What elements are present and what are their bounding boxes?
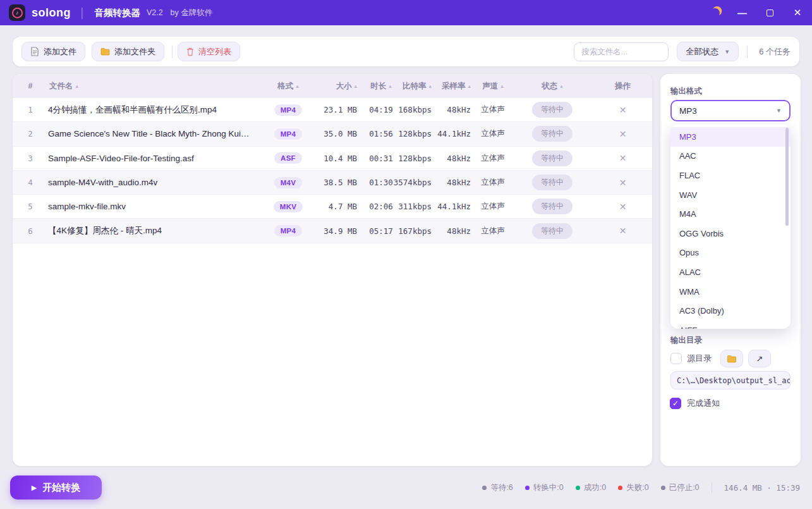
row-index: 5 (13, 202, 48, 211)
remove-file-icon[interactable]: ✕ (619, 226, 627, 236)
format-option[interactable]: FLAC (670, 166, 791, 185)
selected-format: MP3 (679, 106, 697, 116)
format-option[interactable]: AIFF (670, 321, 791, 329)
format-option[interactable]: M4A (670, 204, 791, 224)
stat-item: 已停止:0 (661, 482, 700, 493)
status-badge: 等待中 (532, 126, 573, 142)
start-convert-label: 开始转换 (42, 482, 80, 494)
output-path[interactable]: C:\…\Desktop\output_sl_ac (670, 371, 791, 389)
status-badge: 等待中 (532, 223, 573, 239)
format-option[interactable]: MP3 (670, 127, 791, 147)
format-option[interactable]: ALAC (670, 262, 791, 282)
source-dir-label: 源目录 (687, 353, 712, 364)
table-body: 1 4分钟搞懂，全画幅和半画幅有什么区别.mp4 MP4 23.1 MB 04:… (13, 98, 652, 243)
sort-asc-icon: ▴ (389, 83, 392, 89)
format-option[interactable]: WAV (670, 185, 791, 205)
header-samplerate[interactable]: 采样率▴ (438, 81, 475, 92)
format-badge: M4V (274, 177, 303, 188)
header-filename[interactable]: 文件名▴ (48, 81, 257, 92)
format-dropdown-menu: MP3AACFLACWAVM4AOGG VorbisOpusALACWMAAC3… (670, 125, 791, 329)
browse-folder-button[interactable] (720, 350, 743, 367)
file-name: Sample-ASF-Video-File-for-Testing.asf (48, 154, 257, 163)
remove-file-icon[interactable]: ✕ (619, 105, 627, 115)
row-index: 1 (13, 105, 48, 114)
header-format[interactable]: 格式▴ (257, 81, 320, 92)
file-channels: 立体声 (475, 153, 511, 164)
maximize-button[interactable] (764, 8, 775, 18)
file-channels: 立体声 (475, 128, 511, 139)
notify-checkbox[interactable]: ✓ (670, 398, 681, 409)
open-folder-icon (727, 355, 737, 363)
stat-dot-icon (576, 486, 580, 490)
table-header-row: # 文件名▴ 格式▴ 大小▴ 时长▴ 比特率▴ 采样率▴ 声道▴ 状态▴ 操作 (13, 74, 652, 98)
stat-dot-icon (525, 486, 530, 490)
stat-dot-icon (661, 486, 665, 490)
table-row: 4 sample-M4V-with_audio.m4v M4V 38.5 MB … (13, 171, 652, 195)
file-name: 【4K修复】周杰伦 - 晴天.mp4 (48, 225, 257, 236)
chevron-down-icon: ▼ (724, 49, 730, 55)
minimize-button[interactable]: — (736, 8, 748, 18)
app-version: V2.2 (147, 8, 163, 17)
stat-label: 已停止:0 (669, 482, 700, 493)
source-dir-checkbox[interactable] (670, 353, 682, 364)
add-file-button[interactable]: 添加文件 (21, 42, 85, 61)
format-badge: MP4 (274, 104, 303, 116)
file-size: 23.1 MB (320, 105, 361, 114)
stat-dot-icon (618, 486, 622, 490)
stat-item: 成功:0 (576, 482, 606, 493)
status-badge: 等待中 (532, 199, 573, 214)
theme-toggle-moon-icon[interactable] (709, 7, 720, 18)
app-name: solong (32, 6, 71, 20)
sort-asc-icon: ▴ (296, 83, 299, 89)
format-option[interactable]: WMA (670, 282, 791, 302)
file-duration: 01:56 (361, 129, 401, 138)
format-option[interactable]: Opus (670, 243, 791, 263)
file-name: sample-mkv-file.mkv (48, 202, 257, 211)
stat-label: 转换中:0 (533, 482, 564, 493)
start-convert-button[interactable]: ▶ 开始转换 (10, 475, 102, 500)
remove-file-icon[interactable]: ✕ (619, 153, 627, 163)
file-bitrate: 128kbps (401, 129, 438, 138)
search-input[interactable] (574, 42, 669, 61)
header-size[interactable]: 大小▴ (320, 81, 361, 92)
notify-row: ✓ 完成通知 (670, 398, 720, 409)
remove-file-icon[interactable]: ✕ (619, 202, 627, 212)
file-duration: 02:06 (361, 202, 401, 211)
status-filter-dropdown[interactable]: 全部状态 ▼ (677, 42, 739, 61)
file-size: 34.9 MB (320, 226, 361, 236)
file-name: Game Science's New Title - Black Myth- Z… (48, 129, 257, 138)
maximize-icon (767, 9, 773, 16)
file-icon (30, 47, 39, 56)
open-dir-button[interactable]: ↗ (748, 350, 771, 367)
footer: ▶ 开始转换 等待:6转换中:0成功:0失败:0已停止:0 146.4 MB ·… (0, 466, 812, 509)
file-bitrate: 168kbps (401, 105, 438, 114)
header-action: 操作 (593, 81, 652, 92)
file-name: sample-M4V-with_audio.m4v (48, 178, 257, 187)
dropdown-scrollbar[interactable] (785, 128, 789, 226)
add-folder-label: 添加文件夹 (114, 46, 155, 58)
format-option[interactable]: AAC (670, 147, 791, 166)
file-bitrate: 167kbps (401, 226, 438, 236)
header-duration[interactable]: 时长▴ (361, 81, 401, 92)
clear-list-button[interactable]: 清空列表 (178, 42, 240, 61)
header-bitrate[interactable]: 比特率▴ (401, 81, 438, 92)
output-format-select[interactable]: MP3 ▼ (670, 100, 791, 121)
header-channels[interactable]: 声道▴ (475, 81, 511, 92)
format-option[interactable]: AC3 (Dolby) (670, 301, 791, 321)
format-option[interactable]: OGG Vorbis (670, 224, 791, 243)
header-status[interactable]: 状态▴ (511, 81, 593, 92)
file-samplerate: 44.1kHz (438, 202, 475, 211)
toolbar: 添加文件 添加文件夹 清空列表 全部状态 ▼ 6 个任务 (13, 37, 799, 66)
app-title: 音频转换器 (94, 7, 140, 19)
add-folder-button[interactable]: 添加文件夹 (92, 42, 164, 61)
remove-file-icon[interactable]: ✕ (619, 129, 627, 139)
close-window-button[interactable]: ✕ (792, 7, 803, 18)
file-channels: 立体声 (475, 226, 511, 236)
clear-list-label: 清空列表 (198, 46, 231, 58)
file-bitrate: 3574kbps (401, 178, 438, 187)
stats-divider (712, 482, 712, 493)
remove-file-icon[interactable]: ✕ (619, 178, 627, 188)
sort-asc-icon: ▴ (76, 83, 79, 89)
file-duration: 04:19 (361, 105, 401, 114)
notify-label: 完成通知 (687, 398, 720, 409)
